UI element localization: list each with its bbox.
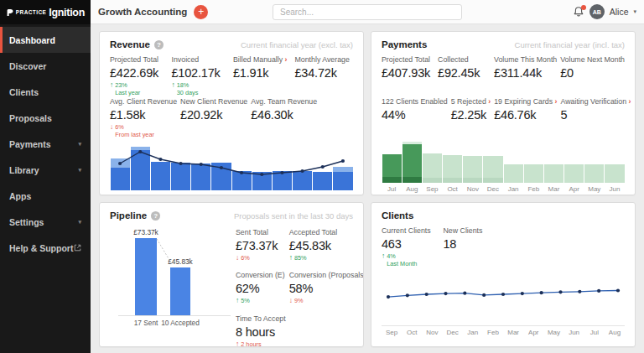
external-link-icon [74, 244, 81, 252]
metric-label: 122 Clients Enabled [382, 97, 448, 106]
month-label: Jul [382, 185, 402, 193]
metric-value: £2.25k [451, 108, 491, 122]
month-label: Oct [171, 193, 191, 195]
revenue-bar [252, 140, 272, 190]
revenue-metrics-row1: Projected Total£422.69k↑23%Last yearInvo… [110, 55, 353, 97]
avatar[interactable]: AB [589, 4, 605, 19]
payments-bar [422, 132, 442, 183]
payments-bar [543, 132, 564, 183]
metric: New Client Revenue£20.92k [180, 97, 247, 138]
help-icon[interactable]: ? [154, 40, 164, 49]
user-menu[interactable]: Alice [610, 7, 629, 17]
notifications-button[interactable] [573, 6, 584, 18]
practice-ignition-logo-icon [6, 8, 13, 18]
metric-value: 8 hours [236, 325, 286, 339]
metric-value: £46.76k [494, 108, 557, 122]
sidebar-item-proposals[interactable]: Proposals [0, 105, 91, 131]
metric-label: Collected [438, 55, 491, 64]
month-label: Jan [231, 193, 252, 195]
month-label: Aug [130, 193, 150, 195]
metric-label: New Client Revenue [180, 97, 247, 106]
metric-value: £20.92k [180, 108, 247, 122]
metric-value: 463 [382, 237, 440, 251]
month-label: Nov [422, 329, 442, 336]
arrow-up-icon: ↑ [236, 297, 239, 304]
metric: 19 Expiring Cards ›£46.76k [494, 97, 557, 122]
metric: Time To Accept8 hours↑2 hours [236, 314, 286, 347]
revenue-bar [313, 140, 333, 190]
month-label: Jan [503, 185, 523, 193]
sidebar: PRACTICE Ignition DashboardDiscoverClien… [0, 0, 91, 353]
revenue-bars [110, 140, 353, 190]
link-chevron-icon: › [486, 97, 491, 106]
metric-label: Conversion (Proposals) [289, 271, 364, 279]
month-label: Sep [422, 185, 442, 193]
sidebar-item-help-support[interactable]: Help & Support [0, 235, 91, 261]
app-logo[interactable]: PRACTICE Ignition [0, 0, 91, 24]
metric-label[interactable]: 19 Expiring Cards › [494, 97, 557, 106]
metric-value: £1.58k [110, 108, 177, 122]
account-name[interactable]: Growth Accounting [98, 7, 187, 17]
month-label: Nov [191, 193, 211, 195]
metric: Awaiting Verification ›5 [560, 97, 631, 122]
sidebar-item-clients[interactable]: Clients [0, 79, 91, 105]
metric-value: £102.17k [172, 66, 231, 80]
revenue-bar [272, 140, 292, 190]
payments-months: JulAugSepOctNovDecJanFebMarAprMayJun [382, 185, 625, 193]
month-label: Mar [543, 185, 564, 193]
chevron-down-icon[interactable]: ▾ [633, 8, 636, 15]
metric-delta: ↑23%Last year [110, 81, 169, 96]
sidebar-item-label: Payments [9, 139, 51, 149]
month-label: Jul [110, 193, 130, 195]
metric-delta: ↓6% [236, 254, 286, 262]
month-label: Dec [483, 185, 503, 193]
search-input[interactable] [273, 4, 462, 20]
arrow-up-icon: ↑ [382, 252, 385, 260]
brand-practice-text: PRACTICE [16, 9, 46, 15]
add-button[interactable]: + [194, 5, 208, 19]
sidebar-item-settings[interactable]: Settings▾ [0, 209, 91, 235]
month-label: Oct [402, 329, 422, 336]
revenue-bar [231, 140, 252, 190]
payments-metrics-row2: 122 Clients Enabled44%5 Rejected ›£2.25k… [382, 97, 625, 131]
metric-label[interactable]: Billed Manually › [233, 55, 292, 64]
revenue-bar [150, 140, 170, 190]
arrow-up-icon: ↑ [236, 340, 239, 347]
month-label: Dec [211, 193, 231, 195]
metric: New Clients18 [444, 226, 502, 267]
clients-chart: SepOctNovDecJanFebMarAprMayJunJulAug [382, 273, 625, 336]
sidebar-item-library[interactable]: Library▾ [0, 157, 91, 183]
sidebar-item-apps[interactable]: Apps [0, 183, 91, 209]
sidebar-item-discover[interactable]: Discover [0, 53, 91, 79]
metric-label[interactable]: Awaiting Verification › [560, 97, 631, 106]
metric-label[interactable]: 5 Rejected › [451, 97, 491, 106]
sidebar-item-payments[interactable]: Payments▾ [0, 131, 91, 157]
metric-value: £92.45k [438, 66, 491, 80]
chevron-down-icon: ▾ [78, 167, 81, 174]
help-icon[interactable]: ? [151, 211, 160, 221]
metric-label: Time To Accept [236, 314, 286, 323]
link-chevron-icon: › [626, 97, 631, 106]
month-label: May [313, 193, 333, 195]
metric-value: £0 [560, 66, 625, 80]
revenue-card: Revenue ? Current financial year (excl. … [99, 31, 364, 195]
card-title: Clients [382, 210, 413, 221]
metric-label: Conversion (E) [236, 271, 286, 279]
metric-label: Sent Total [236, 228, 286, 236]
pipeline-bar [135, 238, 157, 315]
metric-value: 58% [289, 282, 364, 295]
clients-line-svg [382, 273, 625, 325]
payments-bar [443, 132, 463, 183]
metric-label: Avg. Client Revenue [110, 97, 177, 106]
payments-bar [382, 132, 402, 183]
link-chevron-icon: › [553, 97, 557, 106]
metric: Current Clients463↑4%Last Month [382, 226, 440, 267]
sidebar-item-dashboard[interactable]: Dashboard [0, 27, 91, 53]
month-label: Jun [564, 329, 584, 336]
sidebar-item-label: Help & Support [9, 243, 73, 253]
metric-value: £45.83k [289, 239, 364, 252]
pipeline-baseline [118, 315, 231, 316]
topbar-right: AB Alice ▾ [573, 4, 636, 19]
metric: Conversion (E)62%↑5% [236, 271, 286, 304]
metric-value: £422.69k [110, 66, 169, 80]
